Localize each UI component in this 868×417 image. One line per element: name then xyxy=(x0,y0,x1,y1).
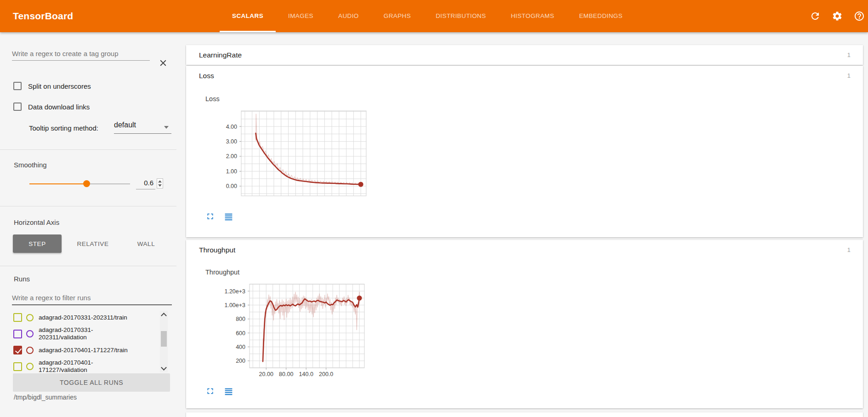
run-list-scrollbar[interactable] xyxy=(160,311,168,372)
run-radio[interactable] xyxy=(26,330,34,337)
slider-thumb[interactable] xyxy=(83,180,90,187)
run-filter-input[interactable] xyxy=(12,291,172,305)
toggle-all-runs-button[interactable]: TOGGLE ALL RUNS xyxy=(13,373,170,392)
checkbox-icon[interactable] xyxy=(13,103,22,111)
refresh-icon[interactable] xyxy=(810,11,821,22)
tab-images[interactable]: IMAGES xyxy=(276,0,326,32)
run-radio[interactable] xyxy=(26,314,34,321)
smoothing-slider[interactable] xyxy=(29,183,130,184)
section-header[interactable]: Throughput 1 xyxy=(186,240,863,260)
tooltip-sorting-dropdown[interactable]: default xyxy=(114,121,171,134)
run-radio[interactable] xyxy=(26,347,34,354)
throughput-chart[interactable]: 2004006008001.00e+31.20e+320.0080.00140.… xyxy=(205,281,373,382)
tab-scalars[interactable]: SCALARS xyxy=(220,0,276,32)
axis-wall-button[interactable]: WALL xyxy=(123,234,169,253)
axis-relative-button[interactable]: RELATIVE xyxy=(67,234,119,253)
tab-histograms[interactable]: HISTOGRAMS xyxy=(499,0,567,32)
svg-text:400: 400 xyxy=(236,344,245,350)
section-title: Loss xyxy=(199,66,214,86)
next-section-partial xyxy=(186,412,863,417)
run-checkbox[interactable] xyxy=(13,330,22,338)
run-row[interactable]: adagrad-20170401-171227/validation xyxy=(12,357,172,372)
run-row[interactable]: adagrad-20170331-202311/validation xyxy=(12,324,172,343)
arrow-down-icon[interactable] xyxy=(158,184,162,187)
divider xyxy=(0,149,176,150)
tab-audio[interactable]: AUDIO xyxy=(326,0,371,32)
close-icon[interactable] xyxy=(158,58,168,68)
tag-filter-input[interactable] xyxy=(12,47,150,61)
checkbox-label: Split on underscores xyxy=(28,82,91,90)
svg-text:4.00: 4.00 xyxy=(226,124,237,130)
smoothing-value[interactable]: 0.6 xyxy=(136,177,155,189)
scroll-down-icon[interactable] xyxy=(161,365,167,371)
checkbox-icon[interactable] xyxy=(13,82,22,90)
svg-text:800: 800 xyxy=(236,316,245,322)
number-stepper[interactable] xyxy=(157,178,163,189)
smoothing-label: Smoothing xyxy=(14,161,47,169)
axis-step-button[interactable]: STEP xyxy=(13,234,62,253)
logdir-path: /tmp/bigdl_summaries xyxy=(14,394,77,401)
svg-text:200.0: 200.0 xyxy=(319,371,333,377)
section-count-badge: 1 xyxy=(847,240,851,260)
run-checkbox[interactable] xyxy=(13,346,22,354)
section-learningrate: LearningRate 1 xyxy=(186,45,863,65)
section-throughput: Throughput 1 Throughput 2004006008001.00… xyxy=(186,240,863,408)
run-name: adagrad-20170401-171227/train xyxy=(39,347,133,354)
horizontal-axis-label: Horizontal Axis xyxy=(14,218,59,226)
tensorboard-app: TensorBoard SCALARS IMAGES AUDIO GRAPHS … xyxy=(0,0,868,417)
tab-distributions[interactable]: DISTRIBUTIONS xyxy=(423,0,498,32)
gear-icon[interactable] xyxy=(832,11,843,22)
chevron-down-icon xyxy=(164,126,169,129)
run-radio[interactable] xyxy=(26,363,34,370)
svg-text:3.00: 3.00 xyxy=(226,138,237,145)
svg-text:200: 200 xyxy=(236,358,245,364)
tooltip-sorting-label: Tooltip sorting method: xyxy=(29,124,98,132)
svg-text:1.00: 1.00 xyxy=(226,168,237,175)
app-title: TensorBoard xyxy=(13,0,73,32)
divider xyxy=(0,266,176,266)
help-icon[interactable] xyxy=(854,11,865,22)
section-header[interactable]: LearningRate 1 xyxy=(186,45,863,65)
svg-text:0.00: 0.00 xyxy=(226,183,237,189)
split-underscores-checkbox[interactable]: Split on underscores xyxy=(13,82,91,90)
divider xyxy=(0,206,176,206)
run-checkbox[interactable] xyxy=(13,313,22,322)
scroll-up-icon[interactable] xyxy=(161,313,167,319)
run-checkbox[interactable] xyxy=(13,362,22,371)
section-title: Throughput xyxy=(199,240,235,260)
section-header[interactable]: Loss 1 xyxy=(186,66,863,86)
nav-tabs: SCALARS IMAGES AUDIO GRAPHS DISTRIBUTION… xyxy=(220,0,635,32)
section-count-badge: 1 xyxy=(847,45,851,65)
dropdown-value: default xyxy=(114,121,136,129)
run-name: adagrad-20170401-171227/validation xyxy=(39,359,133,372)
data-download-checkbox[interactable]: Data download links xyxy=(13,103,90,111)
run-name: adagrad-20170331-202311/train xyxy=(39,314,133,321)
loss-chart[interactable]: 0.001.002.003.004.00 xyxy=(205,109,373,200)
arrow-up-icon[interactable] xyxy=(158,180,162,183)
runs-label: Runs xyxy=(14,275,30,283)
fullscreen-icon[interactable] xyxy=(205,386,215,396)
section-title: LearningRate xyxy=(199,45,242,65)
run-row[interactable]: adagrad-20170401-171227/train xyxy=(12,343,172,357)
chart-title: Throughput xyxy=(205,268,239,276)
tab-graphs[interactable]: GRAPHS xyxy=(371,0,423,32)
svg-text:1.20e+3: 1.20e+3 xyxy=(224,288,245,295)
tab-embeddings[interactable]: EMBEDDINGS xyxy=(567,0,635,32)
reorder-icon[interactable] xyxy=(224,211,233,221)
fullscreen-icon[interactable] xyxy=(205,211,215,221)
scrollbar-thumb[interactable] xyxy=(161,331,167,347)
chart-title: Loss xyxy=(205,95,220,103)
svg-text:2.00: 2.00 xyxy=(226,153,237,160)
run-row[interactable]: adagrad-20170331-202311/train xyxy=(12,311,172,324)
chart-toolbar xyxy=(205,386,233,396)
svg-text:80.00: 80.00 xyxy=(279,371,293,377)
svg-text:600: 600 xyxy=(236,330,245,337)
slider-fill xyxy=(29,183,90,184)
svg-text:1.00e+3: 1.00e+3 xyxy=(224,302,245,308)
section-count-badge: 1 xyxy=(847,66,851,86)
reorder-icon[interactable] xyxy=(224,386,233,396)
app-header: TensorBoard SCALARS IMAGES AUDIO GRAPHS … xyxy=(0,0,868,32)
svg-text:20.00: 20.00 xyxy=(259,371,273,377)
checkbox-label: Data download links xyxy=(28,103,90,111)
run-list: adagrad-20170331-202311/train adagrad-20… xyxy=(12,311,172,372)
